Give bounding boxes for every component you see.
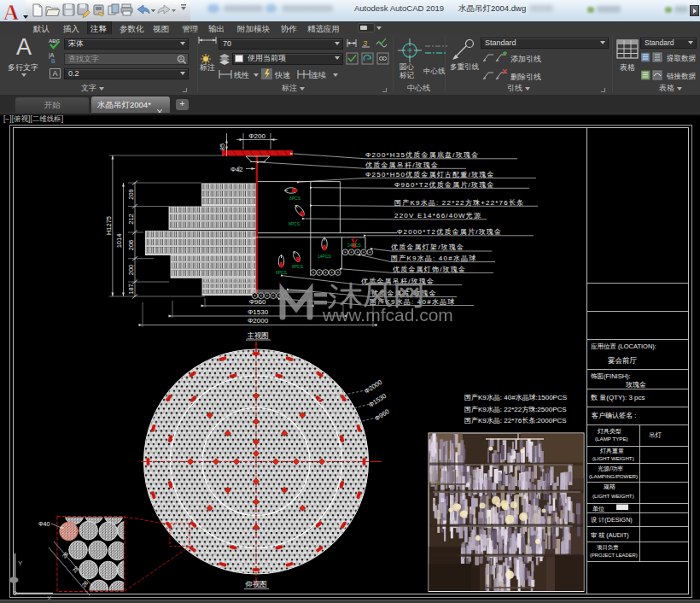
svg-text:Φ960: Φ960 (373, 407, 390, 423)
svg-text:209: 209 (127, 189, 135, 200)
svg-text:Φ960: Φ960 (249, 298, 266, 306)
svg-text:A: A (3, 1, 19, 24)
svg-text:Φ1530: Φ1530 (367, 392, 388, 409)
svg-text:B: B (51, 58, 55, 64)
svg-text:数 量(QTY): 3 pcs: 数 量(QTY): 3 pcs (591, 394, 645, 401)
svg-text:Φ960*T2优质金属片/玫瑰金: Φ960*T2优质金属片/玫瑰金 (394, 181, 495, 189)
svg-text:Φ1530: Φ1530 (248, 308, 269, 316)
svg-text:国产K9水晶: 22*76长条:2000PCS: 国产K9水晶: 22*76长条:2000PCS (464, 417, 567, 424)
svg-text:饰面(FINISH):: 饰面(FINISH): (590, 372, 631, 380)
svg-text:(LIGHT WEIGHT): (LIGHT WEIGHT) (592, 455, 634, 461)
svg-text:宴会前厅: 宴会前厅 (608, 356, 638, 365)
svg-text:客户确认签名 :: 客户确认签名 : (592, 412, 636, 419)
svg-text:玫瑰金: 玫瑰金 (626, 381, 646, 389)
svg-text:A: A (179, 56, 183, 61)
svg-text:单位: 单位 (592, 506, 604, 512)
svg-text:220V E14*66/40W光源: 220V E14*66/40W光源 (394, 212, 481, 220)
svg-text:主视图: 主视图 (247, 331, 269, 340)
svg-text:H1275: H1275 (105, 216, 113, 235)
svg-text:灯具重量: 灯具重量 (600, 448, 624, 454)
svg-text:212: 212 (127, 214, 135, 225)
svg-text:优质金属吊杆/玫瑰金: 优质金属吊杆/玫瑰金 (365, 161, 439, 169)
svg-text:200: 200 (127, 265, 135, 276)
svg-text:206: 206 (127, 240, 135, 251)
svg-text:国产K9水晶: 22*22方珠+22*76长条: 国产K9水晶: 22*22方珠+22*76长条 (394, 199, 524, 207)
svg-text:Φ200: Φ200 (248, 132, 265, 140)
svg-text:Φ250*H50优质金属灯古配重/玫瑰金: Φ250*H50优质金属灯古配重/玫瑰金 (365, 171, 495, 179)
svg-text:Φ42: Φ42 (230, 166, 242, 173)
svg-text:国产K9水晶: 40#水晶球:1500PCS: 国产K9水晶: 40#水晶球:1500PCS (464, 394, 567, 401)
svg-text:1014: 1014 (115, 234, 123, 249)
svg-text:8PCS: 8PCS (292, 264, 304, 269)
svg-text:6PCS: 6PCS (276, 270, 288, 275)
svg-text:国产K9水晶: 40#水晶球: 国产K9水晶: 40#水晶球 (391, 255, 476, 262)
svg-text:国产K9水晶: 22*22方珠:2500PCS: 国产K9水晶: 22*22方珠:2500PCS (464, 406, 567, 413)
svg-text:www.mfcad.com: www.mfcad.com (322, 305, 453, 325)
svg-text:8PCS: 8PCS (289, 196, 301, 201)
svg-text:Φ2000: Φ2000 (248, 317, 269, 325)
svg-text:仰视图: 仰视图 (244, 580, 267, 588)
svg-text:规格: 规格 (604, 483, 615, 490)
svg-text:Y: Y (18, 559, 23, 567)
svg-text:14PCS: 14PCS (318, 254, 332, 259)
svg-text:项目负责: 项目负责 (597, 544, 619, 551)
svg-text:优质金属灯架/玫瑰金: 优质金属灯架/玫瑰金 (391, 243, 464, 251)
svg-text:187: 187 (127, 284, 135, 295)
svg-text:光源/功率: 光源/功率 (598, 465, 623, 472)
svg-text:(LAMP TYPE): (LAMP TYPE) (595, 436, 628, 442)
svg-text:26: 26 (80, 579, 89, 588)
svg-text:(PROJECT LEADER): (PROJECT LEADER) (590, 553, 638, 558)
svg-text:灯具类型: 灯具类型 (598, 428, 621, 435)
svg-text:Φ2000*T2优质金属片/玫瑰金: Φ2000*T2优质金属片/玫瑰金 (397, 228, 502, 236)
svg-text:吊灯: 吊灯 (649, 431, 662, 439)
svg-text:Φ200*H35优质金属底盘/玫瑰金: Φ200*H35优质金属底盘/玫瑰金 (365, 151, 479, 159)
svg-text:85: 85 (219, 143, 226, 150)
svg-text:(LAMPING/POWER): (LAMPING/POWER) (589, 473, 638, 479)
svg-text:优质金属灯饰/玫瑰金: 优质金属灯饰/玫瑰金 (393, 266, 466, 273)
svg-text:审 核 (AUDIT): 审 核 (AUDIT) (591, 531, 629, 539)
svg-text:8PCS: 8PCS (289, 221, 300, 226)
svg-text:(LIGHT WEIGHT): (LIGHT WEIGHT) (592, 493, 634, 499)
svg-text:g the: g the (431, 480, 445, 487)
svg-text:Φ2000: Φ2000 (363, 378, 383, 395)
svg-text:28: 28 (71, 565, 79, 573)
svg-text:Φ40: Φ40 (38, 521, 50, 527)
svg-text:24PCS: 24PCS (347, 243, 362, 248)
svg-text:k: k (433, 499, 436, 505)
svg-text:设 计(DESIGN): 设 计(DESIGN) (591, 516, 633, 524)
svg-text:应用位置 (LOCATION):: 应用位置 (LOCATION): (591, 342, 656, 350)
